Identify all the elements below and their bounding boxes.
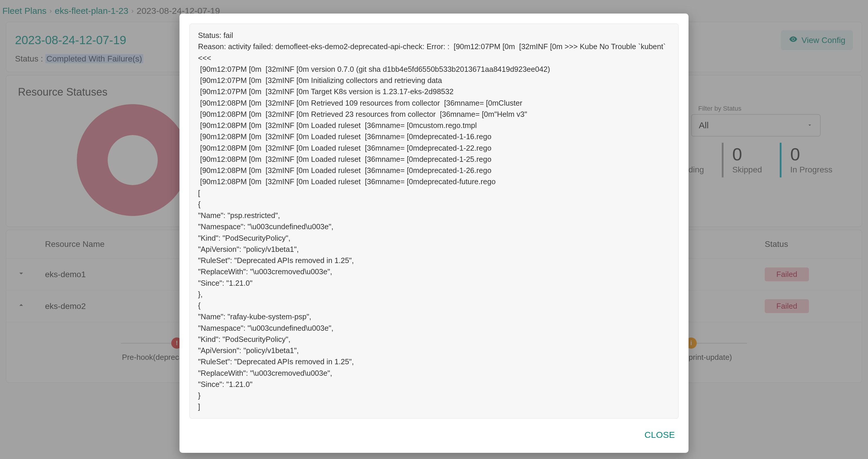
log-modal: Status: fail Reason: activity failed: de…	[180, 13, 688, 453]
modal-overlay[interactable]: Status: fail Reason: activity failed: de…	[0, 0, 868, 459]
log-output: Status: fail Reason: activity failed: de…	[189, 24, 679, 419]
close-button[interactable]: CLOSE	[641, 427, 679, 443]
